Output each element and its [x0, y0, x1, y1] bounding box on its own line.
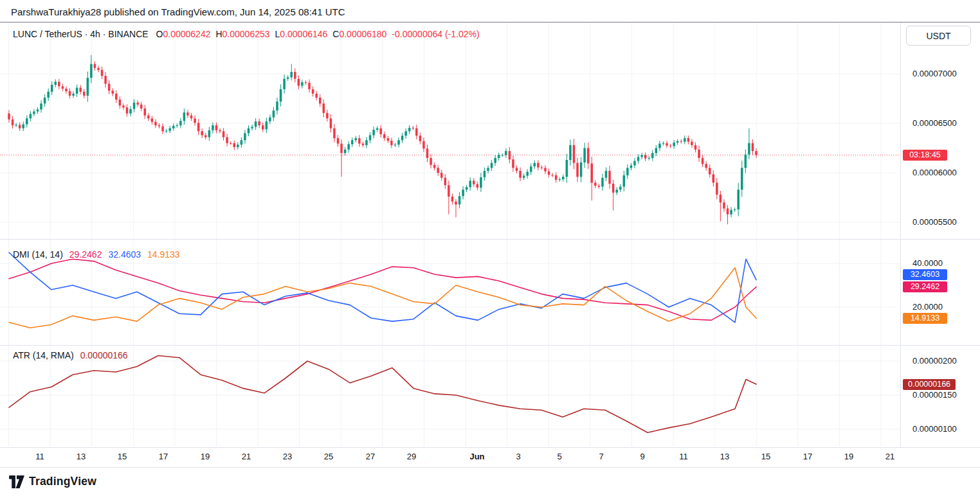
price-tick-label: 0.00005500 — [912, 217, 957, 227]
legend-value: 0.00000166 — [80, 350, 128, 360]
dmi-legend-values: 29.246232.460314.9133 — [69, 249, 186, 260]
tradingview-logo-text: TradingView — [29, 475, 96, 488]
ohlc-H: H0.00006253 — [215, 29, 269, 39]
legend-value: 14.9133 — [147, 249, 180, 260]
time-tick-label: 9 — [640, 452, 644, 461]
tradingview-logo[interactable]: TradingView — [9, 475, 96, 488]
dmi-tick-label: 40.0000 — [912, 258, 943, 269]
time-tick-label: 11 — [679, 452, 688, 461]
dmi-legend[interactable]: DMI (14, 14) 29.246232.460314.9133 — [13, 249, 186, 260]
time-tick-label: 11 — [35, 452, 44, 461]
currency-toggle-label: USDT — [926, 31, 950, 41]
time-tick-label: 7 — [599, 452, 603, 461]
time-tick-label: 29 — [407, 452, 416, 461]
ohlc-O: O0.00006242 — [156, 29, 211, 39]
time-tick-label: 13 — [77, 452, 86, 461]
atr-legend-values: 0.00000166 — [80, 350, 134, 360]
countdown-badge: 03:18:45 — [903, 150, 947, 161]
time-tick-label: 3 — [516, 452, 520, 461]
time-tick-label: 25 — [324, 452, 333, 461]
atr-tick-label: 0.00000100 — [912, 424, 957, 434]
atr-badge: 0.00000166 — [903, 379, 956, 390]
legend-value: 32.4603 — [108, 249, 141, 260]
ohlc-C: C0.00006180 — [332, 29, 386, 39]
symbol-title[interactable]: LUNC / TetherUS · 4h · BINANCE — [13, 29, 149, 39]
price-tick-label: 0.00006000 — [912, 168, 957, 178]
change-value: -0.00000064 (-1.02%) — [392, 29, 479, 39]
published-header: ParshwaTurakhiya28 published on TradingV… — [11, 6, 345, 17]
price-tick-label: 0.00007000 — [912, 69, 957, 79]
chart-plot-area[interactable] — [0, 0, 980, 496]
dmi-badge-14.9133: 14.9133 — [903, 313, 947, 324]
legend-value: 29.2462 — [69, 249, 102, 260]
time-tick-label: 19 — [844, 452, 853, 461]
symbol-title-row[interactable]: LUNC / TetherUS · 4h · BINANCE O0.000062… — [13, 29, 480, 39]
time-tick-label: 17 — [803, 452, 812, 461]
ohlc-L: L0.00006146 — [275, 29, 328, 39]
dmi-badge-32.4603: 32.4603 — [903, 269, 947, 280]
time-tick-label: 5 — [557, 452, 561, 461]
time-tick-label: 23 — [283, 452, 292, 461]
dmi-legend-title: DMI (14, 14) — [13, 249, 63, 260]
time-tick-label: 27 — [366, 452, 375, 461]
atr-tick-label: 0.00000150 — [912, 390, 957, 400]
time-tick-label: 17 — [159, 452, 168, 461]
time-tick-label: 19 — [201, 452, 210, 461]
time-tick-label: Jun — [469, 452, 484, 461]
time-tick-label: 15 — [761, 452, 770, 461]
currency-toggle-button[interactable]: USDT — [906, 26, 971, 46]
time-tick-label: 13 — [720, 452, 729, 461]
time-tick-label: 21 — [242, 452, 251, 461]
tradingview-logo-icon — [9, 475, 24, 488]
atr-legend[interactable]: ATR (14, RMA) 0.00000166 — [13, 350, 134, 360]
ohlc-values: O0.00006242H0.00006253L0.00006146C0.0000… — [156, 29, 392, 39]
time-tick-label: 21 — [885, 452, 894, 461]
dmi-tick-label: 20.0000 — [912, 302, 943, 312]
price-tick-label: 0.00006500 — [912, 118, 957, 128]
dmi-badge-29.2462: 29.2462 — [903, 281, 947, 292]
atr-legend-title: ATR (14, RMA) — [13, 350, 74, 360]
atr-tick-label: 0.00000200 — [912, 356, 957, 366]
time-tick-label: 15 — [118, 452, 127, 461]
